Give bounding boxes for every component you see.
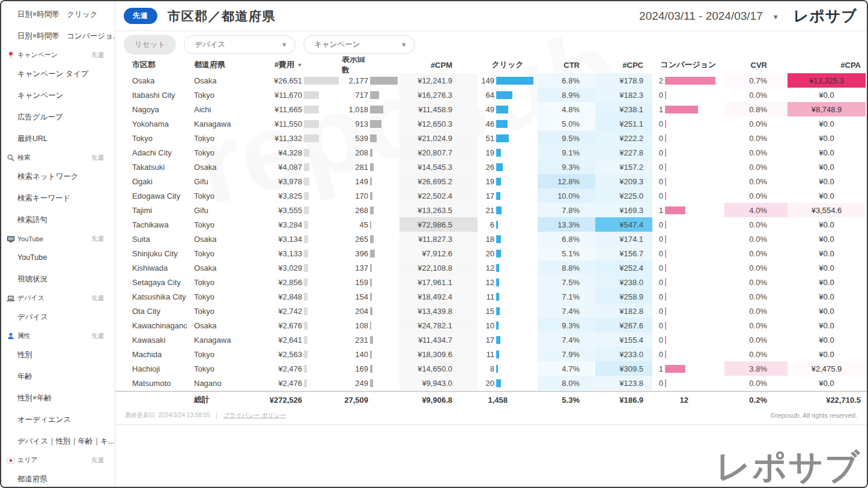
cell-cpm: ¥14,545.3 [399, 160, 478, 174]
sidebar-item[interactable]: キャンペーン タイプ [1, 63, 115, 85]
column-header-cpm[interactable]: #CPM [399, 56, 478, 73]
table-body: OsakaOsaka¥26,6512,177¥12,241.91496.8%¥1… [115, 73, 867, 390]
sidebar-item[interactable]: オーディエンス [1, 409, 115, 430]
cell-city: Edogawa City [115, 188, 187, 203]
cell-ctr: 9.3% [538, 160, 595, 174]
column-header-imp[interactable]: 表示回数 [342, 56, 399, 73]
cell-conversions-bar [663, 88, 724, 102]
cell-conversions-bar [663, 217, 724, 232]
cell-cpc: ¥155.4 [595, 333, 652, 347]
cell-city: Adachi City [115, 145, 187, 160]
privacy-policy-link[interactable]: プライバシー ポリシー [223, 411, 287, 420]
sidebar-item[interactable]: デバイス [1, 306, 115, 328]
cell-cvr: 0.0% [724, 188, 788, 203]
cell-impressions: 170 [342, 188, 399, 203]
filter-bar: リセット デバイス ▼ キャンペーン ▼ [115, 31, 867, 56]
cell-impressions-value: 149 [342, 174, 368, 188]
sidebar-item[interactable]: 性別×年齢 [1, 387, 115, 409]
cell-conversions-bar [663, 275, 724, 289]
sidebar-item[interactable]: 広告グループ [1, 106, 115, 128]
cell-city: Matsumoto [115, 376, 187, 390]
copyright-text: ©reposub. All rights reserved. [771, 412, 857, 419]
cell-conversions: 0 [652, 246, 724, 261]
cell-cost-value: ¥3,029 [254, 261, 302, 275]
report-table: 市区郡都道府県#費用▼表示回数#CPMクリックCTR#CPCコンバージョンCVR… [115, 56, 867, 408]
sidebar-item[interactable]: 視聴状況 [1, 268, 115, 290]
cell-ctr: 4.7% [538, 361, 595, 376]
cell-clicks-value: 15 [478, 304, 494, 318]
cell-cost: ¥11,670 [254, 88, 342, 102]
cell-city: Osaka [115, 73, 187, 88]
cell-city: Itabashi City [115, 88, 187, 102]
column-header-ctr[interactable]: CTR [538, 56, 595, 73]
cell-cost: ¥2,476 [254, 376, 342, 390]
column-header-conv[interactable]: コンバージョン [652, 56, 724, 73]
sidebar-item[interactable]: 最終URL [1, 128, 115, 149]
cell-impressions-bar [368, 318, 399, 333]
sidebar-item[interactable]: 検索ネットワーク [1, 166, 115, 187]
sidebar-item[interactable]: キャンペーン [1, 85, 115, 106]
cell-clicks-bar [494, 131, 538, 145]
sidebar-item[interactable]: 日別×時間帯 コンバージョ... [1, 25, 115, 47]
sidebar-item[interactable]: 都道府県 [1, 468, 115, 487]
cell-cpc: ¥182.8 [595, 304, 652, 318]
cell-cost-bar [302, 376, 342, 390]
cell-impressions: 159 [342, 275, 399, 289]
column-header-clicks[interactable]: クリック [478, 56, 538, 73]
campaign-filter-select[interactable]: キャンペーン ▼ [303, 35, 415, 54]
cell-pref: Tokyo [187, 188, 254, 203]
column-header-cost[interactable]: #費用▼ [254, 56, 342, 73]
cell-ctr: 5.0% [538, 116, 595, 131]
cell-cpa: ¥8,748.9 [788, 102, 866, 116]
cell-pref: Aichi [187, 102, 254, 116]
column-header-pref[interactable]: 都道府県 [187, 56, 254, 73]
sidebar-item[interactable]: 日別×時間帯 クリック [1, 4, 115, 25]
sidebar-item[interactable]: 年齢 [1, 366, 115, 387]
cell-ctr: 7.9% [538, 347, 595, 361]
column-header-cpa[interactable]: #CPA [788, 56, 866, 73]
cell-cvr: 0.0% [724, 333, 788, 347]
table-row: Ota CityTokyo¥2,742204¥13,439.8157.4%¥18… [115, 304, 867, 318]
cell-cost-bar [302, 145, 342, 160]
device-filter-select[interactable]: デバイス ▼ [184, 35, 296, 54]
cell-cpa: ¥13,325.3 [788, 73, 866, 88]
cell-cost-value: ¥11,550 [254, 116, 302, 131]
column-header-cvr[interactable]: CVR [724, 56, 788, 73]
cell-impressions-bar [368, 116, 399, 131]
cell-cost-value: ¥2,563 [254, 347, 302, 361]
sidebar-nav: 日別×時間帯 クリック日別×時間帯 コンバージョ...キャンペーン先週キャンペー… [1, 1, 115, 487]
cell-cpm: ¥12,241.9 [399, 73, 478, 88]
sidebar-item[interactable]: 性別 [1, 344, 115, 366]
cell-cpc: ¥238.1 [595, 102, 652, 116]
cell-conversions-bar [663, 116, 724, 131]
date-range-picker[interactable]: 2024/03/11 - 2024/03/17 ▼ [639, 10, 794, 23]
chevron-down-icon: ▼ [772, 13, 779, 20]
cell-cpa: ¥0.0 [788, 217, 866, 232]
cell-ctr: 9.5% [538, 131, 595, 145]
cell-cpa: ¥0.0 [788, 275, 866, 289]
cell-cpm: ¥13,439.8 [399, 304, 478, 318]
cell-clicks: 21 [478, 203, 538, 217]
cell-pref: Tokyo [187, 361, 254, 376]
cell-conversions-bar [663, 131, 724, 145]
cell-impressions-value: 208 [342, 145, 368, 160]
reset-button[interactable]: リセット [124, 35, 176, 55]
sidebar-item[interactable]: デバイス｜性別｜年齢｜キ... [1, 430, 115, 452]
column-header-city[interactable]: 市区郡 [115, 56, 187, 73]
sidebar-item[interactable]: YouTube [1, 247, 115, 268]
app-window: 日別×時間帯 クリック日別×時間帯 コンバージョ...キャンペーン先週キャンペー… [0, 0, 868, 488]
sidebar-item[interactable]: 検索語句 [1, 209, 115, 230]
cell-cost: ¥2,856 [254, 275, 342, 289]
cell-pref: Osaka [187, 318, 254, 333]
cell-cost-value: ¥2,476 [254, 376, 302, 390]
cell-cost-value: ¥2,848 [254, 289, 302, 304]
cell-impressions-value: 268 [342, 203, 368, 217]
sidebar-item[interactable]: 検索キーワード [1, 187, 115, 209]
cell-clicks-bar [494, 174, 538, 188]
column-header-cpc[interactable]: #CPC [595, 56, 652, 73]
cell-clicks-bar [494, 116, 538, 131]
cell-cpc: ¥174.1 [595, 232, 652, 246]
cell-conversions-value: 0 [652, 304, 663, 318]
total-conversions: 12 [652, 392, 724, 408]
cell-cost-value: ¥3,134 [254, 232, 302, 246]
